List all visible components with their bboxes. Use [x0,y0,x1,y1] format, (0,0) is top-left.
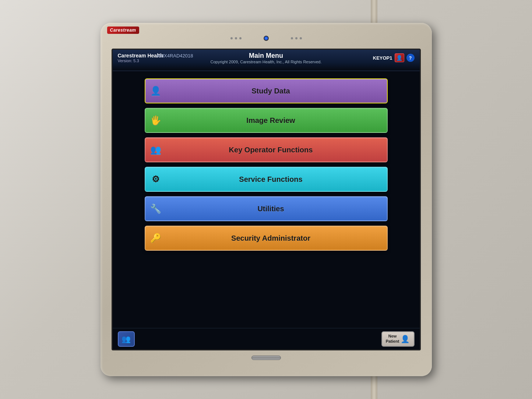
right-dots [291,37,302,39]
bottom-bezel [107,350,425,360]
copyright-text: Copyright 2009, Carestream Health, Inc.,… [210,60,321,64]
bottom-bar: 👥 NewPatient 👤 [113,328,420,349]
study-data-label: Study Data [166,87,387,95]
background: Carestream [0,0,532,399]
header-title-area: Main Menu Copyright 2009, Carestream Hea… [210,52,321,64]
key-operator-button[interactable]: 👥 Key Operator Functions [145,137,388,162]
top-camera-area [230,36,302,41]
dot [300,37,302,39]
header-top-row: Carestream Health Version: 5.3 Main Menu… [118,53,415,63]
utilities-button[interactable]: 🔧 Utilities [145,196,388,221]
camera-led [264,36,269,41]
image-review-button[interactable]: 🖐 Image Review [145,108,388,133]
dot [230,37,233,39]
security-admin-button[interactable]: 🔑 Security Administrator [145,226,388,251]
study-data-button[interactable]: 👤 Study Data [145,78,388,103]
security-label: Security Administrator [166,234,387,243]
bottom-left-button[interactable]: 👥 [118,331,135,347]
utilities-icon: 🔧 [145,197,166,220]
version-text: Version: 5.3 [118,59,163,63]
security-icon: 🔑 [145,226,166,250]
new-patient-text: NewPatient [386,334,399,343]
key-operator-label: Key Operator Functions [166,146,387,154]
station-id: AMX4RAD42018 [157,53,193,59]
image-review-icon: 🖐 [145,109,166,132]
help-button[interactable]: ? [406,54,415,62]
dot [295,37,297,39]
service-functions-button[interactable]: ⚙ Service Functions [145,167,388,192]
screen: Carestream Health Version: 5.3 Main Menu… [112,49,421,350]
keyop-label: KEYOP1 [373,55,392,61]
left-dots [230,37,242,39]
header-right: KEYOP1 👤 ? [373,53,415,62]
key-operator-icon: 👥 [145,138,166,162]
utilities-label: Utilities [166,205,387,213]
image-review-label: Image Review [166,116,387,125]
service-icon: ⚙ [145,167,166,191]
handle-ridge [251,356,281,360]
header-bar: Carestream Health Version: 5.3 Main Menu… [113,50,420,71]
user-icon: 👤 [395,53,404,62]
dot [291,37,293,39]
monitor-shell: Carestream [101,23,432,376]
new-patient-icon: 👤 [401,335,410,343]
dot [239,37,242,39]
main-content: 👤 Study Data 🖐 Image Review 👥 Key Operat… [113,71,420,328]
new-patient-button[interactable]: NewPatient 👤 [381,331,415,347]
camera-module [264,36,269,41]
top-bezel [107,29,425,47]
bottom-left-icon: 👥 [121,335,131,343]
dot [235,37,237,39]
main-menu-title: Main Menu [249,52,283,60]
service-label: Service Functions [166,175,387,184]
study-data-icon: 👤 [145,79,166,103]
